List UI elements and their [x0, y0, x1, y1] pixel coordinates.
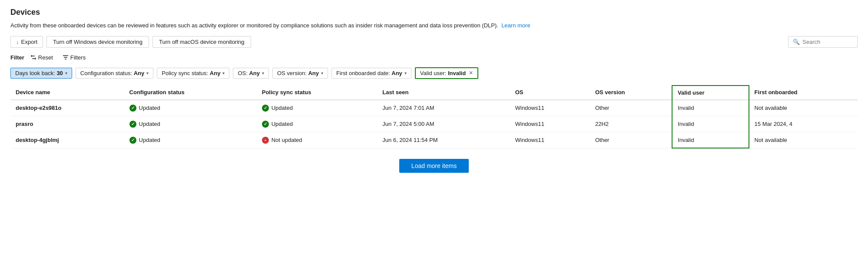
chip-policy-sync[interactable]: Policy sync status: Any ▾ — [157, 68, 229, 79]
devices-table: Device name Configuration status Policy … — [10, 85, 858, 149]
updated-icon — [129, 105, 136, 112]
cell-valid-user: Invalid — [672, 132, 749, 148]
filter-chips: Days look back: 30 ▾ Configuration statu… — [10, 67, 858, 79]
chevron-down-icon: ▾ — [65, 71, 67, 76]
chevron-down-icon: ▾ — [321, 71, 323, 76]
macos-monitoring-button[interactable]: Turn off macOS device monitoring — [152, 36, 251, 48]
col-header-device-name: Device name — [10, 86, 124, 100]
cell-policy-sync: Not updated — [257, 132, 378, 148]
chevron-down-icon: ▾ — [262, 71, 264, 76]
load-more-container: Load more items — [10, 159, 858, 173]
windows-monitoring-button[interactable]: Turn off Windows device monitoring — [46, 36, 149, 48]
cell-first-onboarded: 15 Mar 2024, 4 — [749, 116, 858, 132]
col-header-os-version: OS version — [590, 86, 672, 100]
col-header-first-onboarded: First onboarded — [749, 86, 858, 100]
cell-os: Windows11 — [510, 132, 590, 148]
table-row: prasro Updated Updated Jun 7, 2024 5:00 … — [10, 116, 858, 132]
cell-first-onboarded: Not available — [749, 100, 858, 116]
chevron-down-icon: ▾ — [146, 71, 149, 76]
col-header-policy-sync: Policy sync status — [257, 86, 378, 100]
reset-icon — [30, 54, 36, 60]
chip-os[interactable]: OS: Any ▾ — [233, 68, 269, 79]
cell-last-seen: Jun 7, 2024 7:01 AM — [377, 100, 510, 116]
chevron-down-icon: ▾ — [404, 71, 407, 76]
chip-valid-user[interactable]: Valid user: Invalid ✕ — [415, 67, 478, 79]
cell-valid-user: Invalid — [672, 116, 749, 132]
toolbar: ↓ Export Turn off Windows device monitor… — [10, 36, 858, 48]
col-header-config-status: Configuration status — [124, 86, 257, 100]
table-row: desktop-e2s981o Updated Updated Jun 7, 2… — [10, 100, 858, 116]
updated-icon — [262, 121, 269, 128]
cell-os-version: Other — [590, 132, 672, 148]
col-header-last-seen: Last seen — [377, 86, 510, 100]
cell-device-name[interactable]: prasro — [10, 116, 124, 132]
cell-last-seen: Jun 6, 2024 11:54 PM — [377, 132, 510, 148]
learn-more-link[interactable]: Learn more — [501, 22, 530, 29]
cell-os: Windows11 — [510, 100, 590, 116]
search-icon: 🔍 — [793, 39, 800, 45]
cell-os-version: Other — [590, 100, 672, 116]
cell-config-status: Updated — [124, 132, 257, 148]
cell-config-status: Updated — [124, 116, 257, 132]
not-updated-icon — [262, 137, 269, 144]
search-input[interactable] — [802, 39, 853, 45]
updated-icon — [129, 137, 136, 144]
updated-icon — [262, 105, 269, 112]
page-description: Activity from these onboarded devices ca… — [10, 21, 858, 30]
cell-os-version: 22H2 — [590, 116, 672, 132]
reset-button[interactable]: Reset — [27, 53, 56, 62]
cell-first-onboarded: Not available — [749, 132, 858, 148]
chip-days-look-back[interactable]: Days look back: 30 ▾ — [10, 68, 72, 79]
cell-valid-user: Invalid — [672, 100, 749, 116]
chip-config-status[interactable]: Configuration status: Any ▾ — [76, 68, 153, 79]
export-button[interactable]: ↓ Export — [10, 36, 43, 48]
page-title: Devices — [10, 8, 858, 17]
chevron-down-icon: ▾ — [222, 71, 225, 76]
export-icon: ↓ — [16, 39, 19, 45]
load-more-button[interactable]: Load more items — [399, 159, 469, 173]
cell-config-status: Updated — [124, 100, 257, 116]
cell-device-name[interactable]: desktop-e2s981o — [10, 100, 124, 116]
filters-button[interactable]: Filters — [59, 53, 89, 62]
updated-icon — [129, 121, 136, 128]
cell-policy-sync: Updated — [257, 116, 378, 132]
col-header-valid-user: Valid user — [672, 86, 749, 100]
filters-icon — [63, 54, 69, 60]
cell-device-name[interactable]: desktop-4gjblmj — [10, 132, 124, 148]
close-icon[interactable]: ✕ — [469, 70, 473, 76]
filter-label: Filter — [10, 54, 24, 61]
search-box[interactable]: 🔍 — [788, 36, 858, 48]
chip-first-onboarded[interactable]: First onboarded date: Any ▾ — [331, 68, 411, 79]
table-row: desktop-4gjblmj Updated Not updated Jun … — [10, 132, 858, 148]
filter-row: Filter Reset Filters — [10, 53, 858, 62]
cell-os: Windows11 — [510, 116, 590, 132]
chip-os-version[interactable]: OS version: Any ▾ — [272, 68, 328, 79]
cell-policy-sync: Updated — [257, 100, 378, 116]
col-header-os: OS — [510, 86, 590, 100]
cell-last-seen: Jun 7, 2024 5:00 AM — [377, 116, 510, 132]
